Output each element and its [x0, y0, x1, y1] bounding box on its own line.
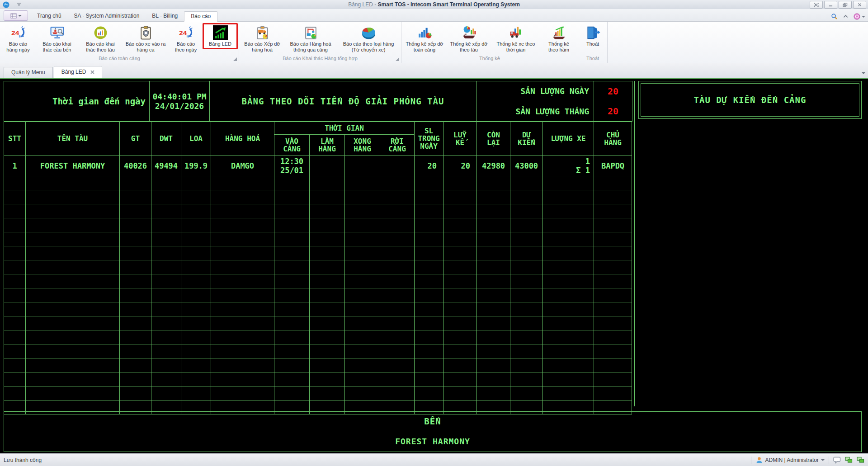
ribbon-button-thong-ke-xe-theo-thoi-gian[interactable]: Thống kê xe theo thời gian	[491, 23, 541, 55]
svg-text:H: H	[186, 34, 189, 38]
ribbon-tab-trang-chu[interactable]: Trang chủ	[31, 11, 68, 21]
close-button[interactable]	[853, 1, 866, 9]
ribbon-button-bao-cao-xep-do-hang-hoa[interactable]: Báo cáo Xếp dỡ hàng hoá	[240, 23, 284, 55]
ship-chart-circle-icon	[93, 25, 108, 40]
ribbon-group-thong-ke: Thống kê xếp dỡ toàn cảngThống kê xếp dỡ…	[401, 22, 578, 63]
led-board-header: Thời gian đến ngày 04:40:01 PM 24/01/202…	[4, 81, 632, 122]
empty-row	[4, 302, 632, 316]
berth-ship-name: FOREST HARMONY	[4, 431, 861, 452]
exit-door-icon	[585, 25, 600, 40]
dialog-launcher-icon[interactable]	[396, 57, 399, 61]
tab-list-chevron-down-icon[interactable]	[862, 72, 865, 74]
empty-row	[4, 372, 632, 386]
svg-text:24: 24	[11, 29, 19, 37]
empty-row	[4, 288, 632, 302]
app-logo-icon	[3, 1, 9, 8]
empty-row	[4, 330, 632, 344]
led-board-icon	[213, 25, 228, 40]
led-table: STTTÊN TÀUGTDWTLOAHÀNG HOÁTHỜI GIANSL TR…	[4, 122, 632, 414]
ribbon-group-thoat: ThoátThoát	[578, 22, 608, 63]
close-tab-icon[interactable]	[90, 70, 94, 74]
quick-access-toolbar-caret-icon[interactable]	[17, 2, 21, 7]
ribbon-button-bao-cao-hang-hoa-thong-qua-cang[interactable]: Báo cáo Hàng hoá thông qua cảng	[284, 23, 337, 55]
clipboard-crane-icon	[303, 25, 318, 40]
empty-row	[4, 190, 632, 204]
empty-row	[4, 316, 632, 330]
clipboard-truck-icon	[255, 25, 270, 40]
fullscreen-button[interactable]	[810, 1, 823, 9]
output-day-value: 20	[594, 81, 632, 101]
ship-bars-icon	[552, 25, 566, 40]
ship-row: 1FOREST HARMONY4002649494199.9DAMGO12:30…	[4, 155, 632, 176]
application-menu-button[interactable]	[4, 10, 28, 21]
berth-monitor-icon	[50, 25, 65, 40]
skin-badge-icon	[854, 13, 860, 20]
expected-ships-title: TÀU DỰ KIẾN ĐẾN CẢNG	[641, 83, 859, 117]
empty-row	[4, 218, 632, 232]
ribbon-tab-bao-cao[interactable]: Báo cáo	[184, 11, 217, 22]
window-title: Bảng LED - Smart TOS - Intecom Smart Ter…	[0, 1, 868, 8]
ribbon-button-bao-cao-khai-thac-theo-tau[interactable]: Báo cáo khai thác theo tàu	[79, 23, 122, 55]
ribbon-button-thong-ke-theo-ham[interactable]: Thống kê theo hầm	[541, 23, 577, 55]
empty-row	[4, 246, 632, 260]
empty-row	[4, 176, 632, 190]
status-message: Lưu thành công	[4, 457, 42, 463]
ribbon-group-label: Thống kê	[402, 55, 577, 63]
ribbon: 24HBáo cáo hàng ngàyBáo cáo khai thác cầ…	[0, 21, 868, 63]
dialog-launcher-icon[interactable]	[233, 57, 237, 61]
truck-bars-icon	[509, 25, 524, 40]
remote-screens-icon[interactable]	[857, 457, 864, 464]
ribbon-tab-bl-billing[interactable]: BL - Billing	[146, 11, 184, 21]
document-tab-bang-led[interactable]: Bảng LED	[54, 66, 103, 78]
empty-row	[4, 232, 632, 246]
pie-3d-icon	[361, 25, 376, 40]
expected-ships-panel: TÀU DỰ KIẾN ĐẾN CẢNG	[638, 81, 862, 119]
report-24h-icon: 24H	[11, 25, 26, 40]
ribbon-group-bao-cao-toan-cang: 24HBáo cáo hàng ngàyBáo cáo khai thác cầ…	[0, 22, 239, 63]
ribbon-button-thoat[interactable]: Thoát	[579, 23, 606, 49]
chevron-down-icon	[18, 15, 22, 17]
time-to-date-label: Thời gian đến ngày	[4, 81, 150, 121]
output-month-label: SẢN LƯỢNG THÁNG	[476, 101, 594, 121]
empty-row	[4, 344, 632, 358]
restore-button[interactable]	[839, 1, 852, 9]
ribbon-group-label: Báo cáo toàn cảng	[1, 55, 238, 63]
collapse-ribbon-chevron-up-icon[interactable]	[842, 13, 849, 20]
output-day-label: SẢN LƯỢNG NGÀY	[476, 81, 594, 101]
output-month-value: 20	[594, 101, 632, 121]
chat-bubble-icon[interactable]	[833, 457, 841, 464]
berth-label: BẾN	[4, 412, 861, 431]
ribbon-button-thong-ke-xep-do-toan-cang[interactable]: Thống kê xếp dỡ toàn cảng	[402, 23, 447, 55]
minimize-button[interactable]	[824, 1, 837, 9]
ribbon-button-thong-ke-xep-do-theo-tau[interactable]: Thống kê xếp dỡ theo tàu	[447, 23, 491, 55]
document-tab-strip: Quản lý MenuBảng LED	[0, 63, 868, 78]
ribbon-button-bao-cao-hang-ngay[interactable]: 24HBáo cáo hàng ngày	[1, 23, 35, 55]
title-bar: Bảng LED - Smart TOS - Intecom Smart Ter…	[0, 0, 868, 9]
ribbon-button-bao-cao-theo-loai-hang-tu-chuyen-xe[interactable]: Báo cáo theo loại hàng (Từ chuyển xe)	[337, 23, 400, 55]
ribbon-button-bang-led[interactable]: Bảng LED	[203, 23, 238, 49]
clipboard-badge-icon	[138, 25, 153, 40]
user-icon	[755, 457, 763, 464]
empty-row	[4, 386, 632, 400]
report-24h-icon: 24H	[179, 25, 193, 40]
table-outer-line	[634, 81, 635, 406]
led-board-panel: Thời gian đến ngày 04:40:01 PM 24/01/202…	[0, 78, 868, 453]
svg-text:H: H	[19, 34, 21, 38]
skin-selector-button[interactable]	[854, 13, 865, 20]
ribbon-button-bao-cao-theo-ngay[interactable]: 24HBáo cáo theo ngày	[169, 23, 203, 55]
time-to-date-value: 04:40:01 PM 24/01/2026	[150, 81, 210, 121]
remote-screens-icon[interactable]	[845, 457, 853, 464]
svg-text:24: 24	[179, 29, 187, 37]
ribbon-tab-sa-system-administration[interactable]: SA - System Administration	[68, 11, 146, 21]
user-menu[interactable]: ADMIN | Administrator	[755, 457, 825, 464]
empty-row	[4, 260, 632, 274]
smart-tos-window: { "window": { "title_prefix": "Bảng LED …	[0, 0, 868, 466]
ribbon-group-label: Thoát	[579, 55, 606, 63]
search-icon[interactable]	[831, 13, 838, 20]
document-tab-quan-ly-menu[interactable]: Quản lý Menu	[4, 67, 53, 78]
ribbon-button-bao-cao-xe-vao-ra-hang-ca[interactable]: Báo cáo xe vào ra hàng ca	[122, 23, 169, 55]
empty-row	[4, 204, 632, 218]
app-menu-grid-icon	[10, 13, 17, 19]
status-bar: Lưu thành công ADMIN | Administrator	[0, 453, 868, 466]
ribbon-button-bao-cao-khai-thac-cau-ben[interactable]: Báo cáo khai thác cầu bến	[35, 23, 79, 55]
